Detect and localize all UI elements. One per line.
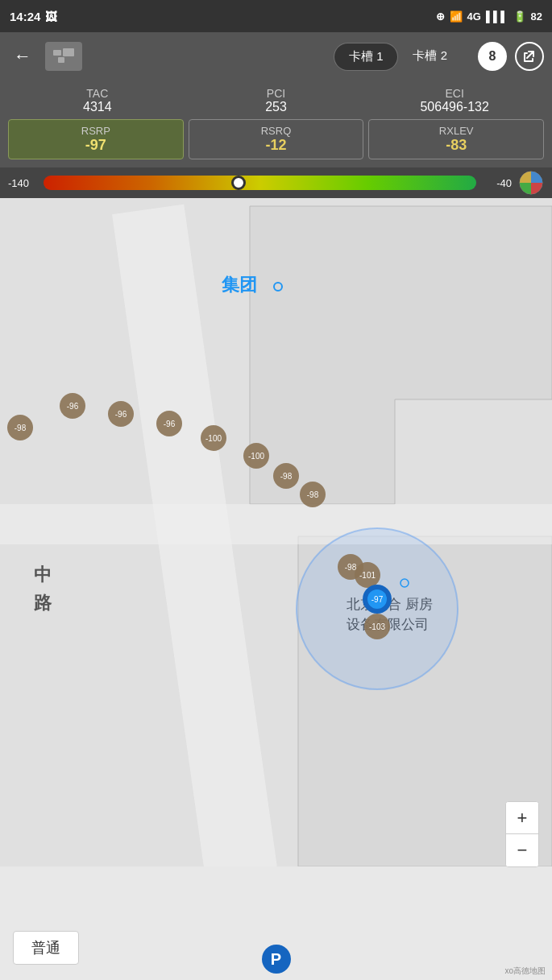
bar-indicator (231, 176, 246, 190)
zhonglu-label: 中 (34, 564, 52, 585)
rsrq-box: RSRQ -12 (189, 119, 364, 159)
svg-rect-9 (0, 504, 552, 544)
bar-max-label: -40 (483, 177, 512, 189)
nav-bar: ← 卡槽 1 卡槽 2 8 (0, 32, 552, 81)
status-bar: 14:24 🖼 ⊕ 📶 4G ▌▌▌ 🔋 82 (0, 0, 552, 32)
signal-bar-container: -140 -40 (0, 167, 552, 198)
svg-text:-98: -98 (345, 563, 357, 572)
share-button[interactable] (515, 42, 544, 71)
rsrp-label: RSRP (12, 125, 180, 137)
svg-text:-96: -96 (115, 410, 127, 419)
rsrp-box: RSRP -97 (8, 119, 184, 159)
wifi-icon: 📶 (450, 10, 463, 23)
tac-col: TAC 4314 (8, 87, 187, 114)
svg-text:-97: -97 (371, 595, 384, 604)
tac-label: TAC (8, 87, 187, 100)
nav-icon (45, 42, 82, 71)
svg-text:-96: -96 (67, 402, 79, 411)
svg-text:-98: -98 (15, 424, 27, 432)
rsrq-value: -12 (193, 137, 360, 154)
svg-text:-96: -96 (164, 420, 176, 428)
svg-rect-2 (58, 57, 64, 63)
bar-min-label: -140 (8, 177, 37, 189)
map-svg: 集团 中 路 北京联合 厨房 设备有限公司 -98 -96 -96 -96 (0, 198, 552, 866)
svg-rect-1 (63, 48, 74, 56)
slot2-tab[interactable]: 卡槽 2 (398, 43, 462, 71)
battery-icon: 🔋 (513, 10, 526, 23)
slot-tabs: 卡槽 1 卡槽 2 (334, 43, 462, 71)
map-area[interactable]: 集团 中 路 北京联合 厨房 设备有限公司 -98 -96 -96 -96 (0, 198, 552, 980)
battery-level: 82 (531, 10, 542, 23)
svg-rect-0 (53, 50, 61, 56)
pie-chart-icon (518, 170, 544, 196)
map-mode-button[interactable]: 普通 (13, 931, 79, 965)
svg-text:-100: -100 (248, 452, 264, 461)
svg-text:路: 路 (34, 593, 52, 613)
pci-value: 253 (187, 100, 366, 114)
zoom-controls: + − (505, 801, 539, 867)
zoom-out-button[interactable]: − (506, 834, 538, 866)
svg-text:-98: -98 (307, 490, 319, 499)
info-panel: TAC 4314 PCI 253 ECI 506496-132 RSRP -97… (0, 81, 552, 167)
signal-icon: 4G (467, 10, 481, 23)
parking-icon: P (262, 945, 291, 974)
eci-col: ECI 506496-132 (365, 87, 544, 114)
jituan-label: 集团 (222, 275, 257, 295)
rxlev-box: RXLEV -83 (368, 119, 544, 159)
zoom-in-button[interactable]: + (506, 802, 538, 834)
rxlev-value: -83 (372, 137, 540, 154)
svg-text:-98: -98 (280, 472, 293, 481)
eci-value: 506496-132 (365, 100, 544, 114)
svg-text:-103: -103 (369, 622, 385, 631)
svg-text:-101: -101 (359, 571, 376, 580)
rxlev-label: RXLEV (372, 125, 540, 137)
notification-icon: 🖼 (45, 10, 57, 23)
rsrp-value: -97 (12, 137, 180, 154)
slot1-tab[interactable]: 卡槽 1 (334, 43, 399, 71)
signal-bars: ▌▌▌ (486, 10, 508, 23)
sim-icon: ⊕ (436, 10, 445, 23)
back-button[interactable]: ← (8, 42, 37, 71)
pci-label: PCI (187, 87, 366, 100)
time-display: 14:24 (10, 10, 40, 23)
gradient-bar (44, 176, 476, 190)
watermark: xo高德地图 (504, 966, 546, 977)
bottom-bar: 普通 P (0, 924, 552, 980)
signal-row: RSRP -97 RSRQ -12 RXLEV -83 (8, 119, 544, 159)
tac-value: 4314 (8, 100, 187, 114)
eci-label: ECI (365, 87, 544, 100)
badge-count[interactable]: 8 (478, 42, 507, 71)
svg-text:-100: -100 (205, 434, 222, 443)
rsrq-label: RSRQ (193, 125, 360, 137)
pci-col: PCI 253 (187, 87, 366, 114)
